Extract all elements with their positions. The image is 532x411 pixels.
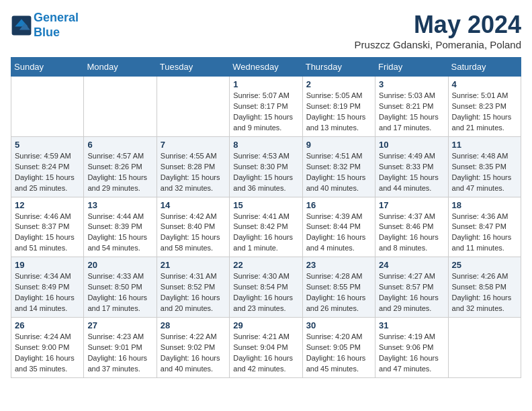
weekday-header: Monday bbox=[84, 58, 157, 77]
calendar-cell: 26Sunrise: 4:24 AM Sunset: 9:00 PM Dayli… bbox=[11, 318, 84, 378]
calendar-cell: 15Sunrise: 4:41 AM Sunset: 8:42 PM Dayli… bbox=[230, 197, 302, 257]
weekday-header: Friday bbox=[375, 58, 448, 77]
day-info: Sunrise: 4:36 AM Sunset: 8:47 PM Dayligh… bbox=[452, 212, 517, 255]
day-info: Sunrise: 4:53 AM Sunset: 8:30 PM Dayligh… bbox=[233, 151, 298, 194]
day-number: 13 bbox=[87, 200, 152, 210]
day-number: 25 bbox=[452, 260, 517, 270]
day-info: Sunrise: 4:24 AM Sunset: 9:00 PM Dayligh… bbox=[15, 332, 80, 375]
weekday-header: Thursday bbox=[302, 58, 375, 77]
logo: General Blue bbox=[11, 11, 79, 40]
day-number: 5 bbox=[15, 140, 80, 150]
day-info: Sunrise: 4:59 AM Sunset: 8:24 PM Dayligh… bbox=[15, 151, 80, 194]
day-number: 20 bbox=[87, 260, 152, 270]
day-number: 17 bbox=[379, 200, 444, 210]
day-number: 23 bbox=[306, 260, 371, 270]
month-title: May 2024 bbox=[355, 11, 521, 39]
day-info: Sunrise: 4:21 AM Sunset: 9:04 PM Dayligh… bbox=[233, 332, 298, 375]
day-number: 7 bbox=[161, 140, 226, 150]
calendar-cell: 2Sunrise: 5:05 AM Sunset: 8:19 PM Daylig… bbox=[302, 77, 375, 137]
day-info: Sunrise: 4:33 AM Sunset: 8:50 PM Dayligh… bbox=[87, 271, 152, 314]
day-number: 26 bbox=[15, 320, 80, 330]
calendar-cell: 11Sunrise: 4:48 AM Sunset: 8:35 PM Dayli… bbox=[448, 136, 521, 197]
day-info: Sunrise: 4:39 AM Sunset: 8:44 PM Dayligh… bbox=[306, 212, 371, 255]
logo-line2: Blue bbox=[34, 26, 60, 39]
day-info: Sunrise: 4:31 AM Sunset: 8:52 PM Dayligh… bbox=[161, 271, 226, 314]
day-info: Sunrise: 4:55 AM Sunset: 8:28 PM Dayligh… bbox=[161, 151, 226, 194]
day-number: 18 bbox=[452, 200, 517, 210]
calendar-cell: 7Sunrise: 4:55 AM Sunset: 8:28 PM Daylig… bbox=[157, 136, 229, 197]
day-info: Sunrise: 4:19 AM Sunset: 9:06 PM Dayligh… bbox=[379, 332, 444, 375]
calendar-cell: 12Sunrise: 4:46 AM Sunset: 8:37 PM Dayli… bbox=[11, 197, 84, 257]
day-number: 30 bbox=[306, 320, 371, 330]
calendar-week-row: 19Sunrise: 4:34 AM Sunset: 8:49 PM Dayli… bbox=[11, 257, 521, 318]
day-info: Sunrise: 4:30 AM Sunset: 8:54 PM Dayligh… bbox=[233, 271, 298, 314]
weekday-header: Tuesday bbox=[157, 58, 229, 77]
weekday-header: Sunday bbox=[11, 58, 84, 77]
logo-icon bbox=[11, 15, 32, 36]
calendar-table: SundayMondayTuesdayWednesdayThursdayFrid… bbox=[11, 57, 521, 378]
day-info: Sunrise: 4:26 AM Sunset: 8:58 PM Dayligh… bbox=[452, 271, 517, 314]
weekday-header: Wednesday bbox=[230, 58, 302, 77]
day-number: 27 bbox=[87, 320, 152, 330]
day-info: Sunrise: 4:23 AM Sunset: 9:01 PM Dayligh… bbox=[87, 332, 152, 375]
day-number: 29 bbox=[233, 320, 298, 330]
day-number: 8 bbox=[233, 140, 298, 150]
calendar-cell: 29Sunrise: 4:21 AM Sunset: 9:04 PM Dayli… bbox=[230, 318, 302, 378]
day-number: 9 bbox=[306, 140, 371, 150]
day-number: 6 bbox=[87, 140, 152, 150]
day-number: 21 bbox=[161, 260, 226, 270]
calendar-week-row: 1Sunrise: 5:07 AM Sunset: 8:17 PM Daylig… bbox=[11, 77, 521, 137]
calendar-cell: 8Sunrise: 4:53 AM Sunset: 8:30 PM Daylig… bbox=[230, 136, 302, 197]
day-info: Sunrise: 4:48 AM Sunset: 8:35 PM Dayligh… bbox=[452, 151, 517, 194]
calendar-cell: 25Sunrise: 4:26 AM Sunset: 8:58 PM Dayli… bbox=[448, 257, 521, 318]
calendar-cell: 10Sunrise: 4:49 AM Sunset: 8:33 PM Dayli… bbox=[375, 136, 448, 197]
calendar-week-row: 12Sunrise: 4:46 AM Sunset: 8:37 PM Dayli… bbox=[11, 197, 521, 257]
day-number: 28 bbox=[161, 320, 226, 330]
day-info: Sunrise: 5:01 AM Sunset: 8:23 PM Dayligh… bbox=[452, 91, 517, 134]
page-header: General Blue May 2024 Pruszcz Gdanski, P… bbox=[11, 11, 521, 50]
calendar-cell: 28Sunrise: 4:22 AM Sunset: 9:02 PM Dayli… bbox=[157, 318, 229, 378]
day-info: Sunrise: 4:42 AM Sunset: 8:40 PM Dayligh… bbox=[161, 212, 226, 255]
day-info: Sunrise: 4:22 AM Sunset: 9:02 PM Dayligh… bbox=[161, 332, 226, 375]
calendar-cell bbox=[157, 77, 229, 137]
calendar-cell bbox=[448, 318, 521, 378]
day-info: Sunrise: 4:28 AM Sunset: 8:55 PM Dayligh… bbox=[306, 271, 371, 314]
calendar-cell: 13Sunrise: 4:44 AM Sunset: 8:39 PM Dayli… bbox=[84, 197, 157, 257]
day-info: Sunrise: 4:57 AM Sunset: 8:26 PM Dayligh… bbox=[87, 151, 152, 194]
title-block: May 2024 Pruszcz Gdanski, Pomerania, Pol… bbox=[355, 11, 521, 50]
calendar-cell: 31Sunrise: 4:19 AM Sunset: 9:06 PM Dayli… bbox=[375, 318, 448, 378]
calendar-cell bbox=[11, 77, 84, 137]
calendar-cell: 24Sunrise: 4:27 AM Sunset: 8:57 PM Dayli… bbox=[375, 257, 448, 318]
day-info: Sunrise: 5:07 AM Sunset: 8:17 PM Dayligh… bbox=[233, 91, 298, 134]
day-info: Sunrise: 4:49 AM Sunset: 8:33 PM Dayligh… bbox=[379, 151, 444, 194]
day-number: 3 bbox=[379, 79, 444, 89]
day-number: 24 bbox=[379, 260, 444, 270]
calendar-cell: 23Sunrise: 4:28 AM Sunset: 8:55 PM Dayli… bbox=[302, 257, 375, 318]
day-info: Sunrise: 5:03 AM Sunset: 8:21 PM Dayligh… bbox=[379, 91, 444, 134]
calendar-cell: 5Sunrise: 4:59 AM Sunset: 8:24 PM Daylig… bbox=[11, 136, 84, 197]
calendar-cell: 17Sunrise: 4:37 AM Sunset: 8:46 PM Dayli… bbox=[375, 197, 448, 257]
day-info: Sunrise: 4:46 AM Sunset: 8:37 PM Dayligh… bbox=[15, 212, 80, 255]
calendar-cell: 1Sunrise: 5:07 AM Sunset: 8:17 PM Daylig… bbox=[230, 77, 302, 137]
calendar-cell: 21Sunrise: 4:31 AM Sunset: 8:52 PM Dayli… bbox=[157, 257, 229, 318]
calendar-cell: 6Sunrise: 4:57 AM Sunset: 8:26 PM Daylig… bbox=[84, 136, 157, 197]
day-number: 4 bbox=[452, 79, 517, 89]
day-number: 2 bbox=[306, 79, 371, 89]
day-info: Sunrise: 4:41 AM Sunset: 8:42 PM Dayligh… bbox=[233, 212, 298, 255]
calendar-cell: 9Sunrise: 4:51 AM Sunset: 8:32 PM Daylig… bbox=[302, 136, 375, 197]
calendar-cell bbox=[84, 77, 157, 137]
day-number: 19 bbox=[15, 260, 80, 270]
calendar-cell: 14Sunrise: 4:42 AM Sunset: 8:40 PM Dayli… bbox=[157, 197, 229, 257]
day-number: 15 bbox=[233, 200, 298, 210]
location: Pruszcz Gdanski, Pomerania, Poland bbox=[355, 39, 521, 50]
calendar-header-row: SundayMondayTuesdayWednesdayThursdayFrid… bbox=[11, 58, 521, 77]
day-number: 10 bbox=[379, 140, 444, 150]
day-info: Sunrise: 4:37 AM Sunset: 8:46 PM Dayligh… bbox=[379, 212, 444, 255]
day-number: 1 bbox=[233, 79, 298, 89]
calendar-cell: 16Sunrise: 4:39 AM Sunset: 8:44 PM Dayli… bbox=[302, 197, 375, 257]
day-info: Sunrise: 4:34 AM Sunset: 8:49 PM Dayligh… bbox=[15, 271, 80, 314]
day-info: Sunrise: 4:20 AM Sunset: 9:05 PM Dayligh… bbox=[306, 332, 371, 375]
calendar-cell: 18Sunrise: 4:36 AM Sunset: 8:47 PM Dayli… bbox=[448, 197, 521, 257]
day-info: Sunrise: 4:51 AM Sunset: 8:32 PM Dayligh… bbox=[306, 151, 371, 194]
calendar-week-row: 5Sunrise: 4:59 AM Sunset: 8:24 PM Daylig… bbox=[11, 136, 521, 197]
